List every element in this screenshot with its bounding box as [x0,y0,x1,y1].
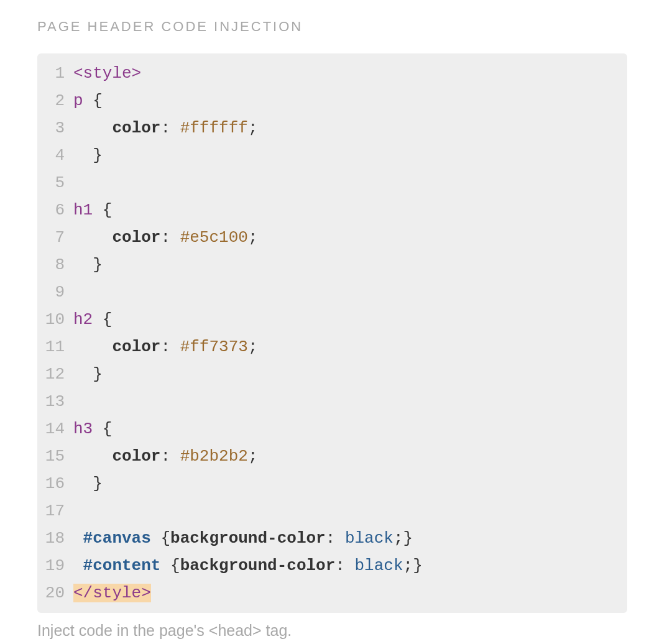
code-token [73,119,112,137]
code-token: color [112,228,160,247]
code-line[interactable]: 2p { [37,87,627,114]
code-token [73,146,93,165]
code-token [73,338,112,356]
line-number: 1 [37,60,73,87]
code-line[interactable]: 6h1 { [37,196,627,224]
code-content[interactable]: color: #ff7373; [73,333,627,361]
line-number: 17 [37,497,73,525]
code-content[interactable]: #content {background-color: black;} [73,552,627,579]
code-line[interactable]: 9 [37,278,627,306]
code-token [73,255,93,274]
code-line[interactable]: 15 color: #b2b2b2; [37,443,627,470]
code-token: : [326,529,345,548]
line-number: 6 [37,196,73,224]
code-token: ; [248,119,258,137]
code-token: ; [248,447,258,466]
code-token: h2 [73,310,93,329]
code-token [151,529,161,548]
code-content[interactable]: h2 { [73,306,627,333]
code-token: { [170,556,180,575]
code-token: <style> [73,64,141,83]
line-number: 16 [37,470,73,497]
code-token: { [93,91,103,110]
code-token [73,365,93,384]
code-token: color [112,338,160,356]
code-content[interactable]: h3 { [73,415,627,443]
code-token: black [355,556,403,575]
code-token [93,201,103,219]
code-token: h3 [73,420,93,438]
code-content[interactable]: } [73,470,627,497]
line-number: 4 [37,142,73,169]
code-token [160,556,170,575]
line-number: 13 [37,388,73,415]
code-token: : [160,447,180,466]
code-token: { [160,529,170,548]
code-line[interactable]: 12 } [37,361,627,388]
line-number: 15 [37,443,73,470]
code-token [73,474,93,493]
code-token: } [403,529,413,548]
code-token: : [160,338,180,356]
code-line[interactable]: 19 #content {background-color: black;} [37,552,627,579]
line-number: 20 [37,579,73,607]
code-content[interactable]: } [73,142,627,169]
code-line[interactable]: 16 } [37,470,627,497]
code-token: : [160,228,180,247]
code-content[interactable]: #canvas {background-color: black;} [73,525,627,552]
code-line[interactable]: 11 color: #ff7373; [37,333,627,361]
code-token: background-color [170,529,326,548]
code-line[interactable]: 7 color: #e5c100; [37,224,627,251]
code-line[interactable]: 5 [37,169,627,196]
code-token: </style> [73,584,151,602]
code-token: #content [83,556,161,575]
code-content[interactable]: color: #ffffff; [73,114,627,142]
code-editor[interactable]: 1<style>2p {3 color: #ffffff;4 }56h1 {7 … [37,53,627,613]
code-token [93,420,103,438]
code-token: #b2b2b2 [180,447,248,466]
code-content[interactable]: h1 { [73,196,627,224]
code-line[interactable]: 17 [37,497,627,525]
code-line[interactable]: 20</style> [37,579,627,607]
code-content[interactable]: p { [73,87,627,114]
code-token: } [93,474,103,493]
code-token [73,529,83,548]
code-line[interactable]: 8 } [37,251,627,278]
code-token: #e5c100 [180,228,248,247]
code-token [83,91,93,110]
code-line[interactable]: 3 color: #ffffff; [37,114,627,142]
code-content[interactable]: </style> [73,579,627,607]
code-line[interactable]: 18 #canvas {background-color: black;} [37,525,627,552]
code-content[interactable]: <style> [73,60,627,87]
code-token: #ff7373 [180,338,248,356]
code-token: #ffffff [180,119,248,137]
line-number: 5 [37,169,73,196]
code-content[interactable]: color: #e5c100; [73,224,627,251]
code-token [93,310,103,329]
code-content[interactable]: color: #b2b2b2; [73,443,627,470]
code-line[interactable]: 10h2 { [37,306,627,333]
code-token: black [345,529,394,548]
code-line[interactable]: 13 [37,388,627,415]
code-line[interactable]: 14h3 { [37,415,627,443]
line-number: 18 [37,525,73,552]
code-line[interactable]: 4 } [37,142,627,169]
code-line[interactable]: 1<style> [37,60,627,87]
line-number: 8 [37,251,73,278]
line-number: 19 [37,552,73,579]
code-token: } [93,146,103,165]
code-token: : [335,556,354,575]
line-number: 14 [37,415,73,443]
code-content[interactable]: } [73,361,627,388]
line-number: 9 [37,278,73,306]
code-token: ; [403,556,413,575]
code-token: } [93,255,103,274]
code-token: { [103,420,113,438]
line-number: 11 [37,333,73,361]
code-content[interactable]: } [73,251,627,278]
section-title: PAGE HEADER CODE INJECTION [37,19,627,35]
code-injection-section: PAGE HEADER CODE INJECTION 1<style>2p {3… [0,0,649,644]
code-token: } [413,556,423,575]
code-token: { [103,310,113,329]
code-token: p [73,91,83,110]
